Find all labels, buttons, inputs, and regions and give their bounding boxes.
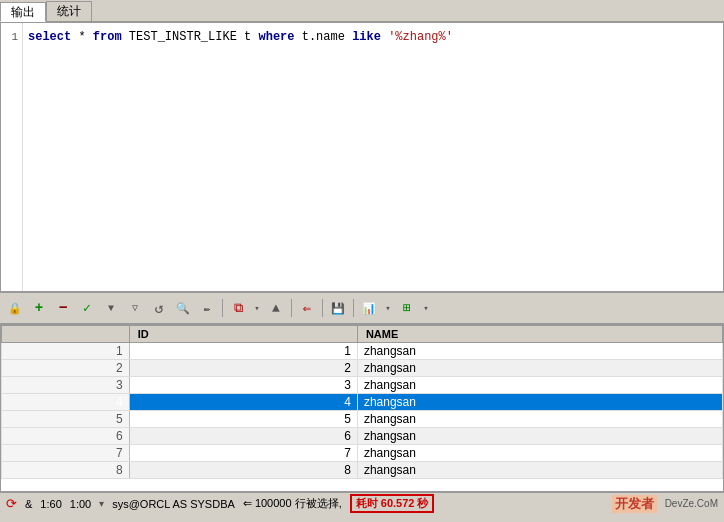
- up-arrow-icon: ▲: [272, 301, 280, 316]
- cell-id: 4: [129, 394, 357, 411]
- cell-name: zhangsan: [357, 343, 722, 360]
- save-button[interactable]: 💾: [327, 297, 349, 319]
- table-row[interactable]: 44zhangsan: [2, 394, 723, 411]
- watermark-line1: 开发者: [612, 495, 657, 513]
- remove-row-button[interactable]: −: [52, 297, 74, 319]
- down-arrow2-button[interactable]: ▽: [124, 297, 146, 319]
- chevron-down2-icon: ▽: [132, 302, 138, 314]
- tab-stats[interactable]: 统计: [46, 1, 92, 21]
- pencil-icon: ✏: [204, 302, 211, 315]
- status-cursor-dropdown[interactable]: ▾: [99, 498, 104, 509]
- chevron-down1-icon: ▼: [108, 303, 114, 314]
- grid-dropdown-button[interactable]: ▾: [420, 297, 432, 319]
- chart-button[interactable]: 📊: [358, 297, 380, 319]
- editor-content[interactable]: select * from TEST_INSTR_LIKE t where t.…: [23, 23, 723, 51]
- cell-rownum: 7: [2, 445, 130, 462]
- cell-id: 8: [129, 462, 357, 479]
- add-row-button[interactable]: +: [28, 297, 50, 319]
- status-amp: &: [25, 498, 32, 510]
- table-row[interactable]: 55zhangsan: [2, 411, 723, 428]
- toolbar-sep-4: [353, 299, 354, 317]
- watermark-line2: DevZe.CoM: [665, 498, 718, 509]
- table-row[interactable]: 11zhangsan: [2, 343, 723, 360]
- cell-id: 7: [129, 445, 357, 462]
- cell-name: zhangsan: [357, 360, 722, 377]
- line-number-1: 1: [1, 28, 22, 46]
- import-left-button[interactable]: ⧉: [227, 297, 249, 319]
- commit-button[interactable]: ✓: [76, 297, 98, 319]
- lock-icon: 🔒: [8, 302, 22, 315]
- status-cursor: 1:00: [70, 498, 91, 510]
- cell-name: zhangsan: [357, 445, 722, 462]
- lock-button[interactable]: 🔒: [4, 297, 26, 319]
- chart-icon: 📊: [362, 302, 376, 315]
- status-bar: ⟳ & 1:60 1:00 ▾ sys@ORCL AS SYSDBA ⇐ 100…: [0, 492, 724, 514]
- check-icon: ✓: [83, 300, 91, 316]
- table-row[interactable]: 88zhangsan: [2, 462, 723, 479]
- cell-rownum: 2: [2, 360, 130, 377]
- up-button[interactable]: ▲: [265, 297, 287, 319]
- editor-gutter: 1: [1, 23, 23, 291]
- copy-dropdown-icon: ▾: [254, 303, 259, 314]
- results-area[interactable]: ID NAME 11zhangsan22zhangsan33zhangsan44…: [0, 324, 724, 492]
- grid-button[interactable]: ⊞: [396, 297, 418, 319]
- col-header-id: ID: [129, 326, 357, 343]
- cell-rownum: 5: [2, 411, 130, 428]
- cell-id: 3: [129, 377, 357, 394]
- results-table: ID NAME 11zhangsan22zhangsan33zhangsan44…: [1, 325, 723, 479]
- copy-dropdown-button[interactable]: ▾: [251, 297, 263, 319]
- import-left-icon: ⧉: [234, 301, 243, 316]
- cell-name: zhangsan: [357, 428, 722, 445]
- status-spinner: ⟳: [6, 496, 17, 511]
- refresh-button[interactable]: ↺: [148, 297, 170, 319]
- status-position: 1:60: [40, 498, 61, 510]
- status-rows-info: ⇐ 100000 行被选择,: [243, 496, 342, 511]
- cell-id: 6: [129, 428, 357, 445]
- cell-name: zhangsan: [357, 462, 722, 479]
- cell-rownum: 3: [2, 377, 130, 394]
- search-button[interactable]: 🔍: [172, 297, 194, 319]
- status-timing: 耗时 60.572 秒: [350, 494, 435, 513]
- refresh-icon: ↺: [154, 299, 163, 318]
- remove-icon: −: [58, 300, 67, 317]
- table-header-row: ID NAME: [2, 326, 723, 343]
- cell-id: 1: [129, 343, 357, 360]
- down-arrow1-button[interactable]: ▼: [100, 297, 122, 319]
- toolbar-sep-3: [322, 299, 323, 317]
- grid-dropdown-icon: ▾: [423, 303, 428, 314]
- table-row[interactable]: 33zhangsan: [2, 377, 723, 394]
- table-row[interactable]: 77zhangsan: [2, 445, 723, 462]
- grid-icon: ⊞: [403, 300, 411, 316]
- cell-rownum: 6: [2, 428, 130, 445]
- cell-id: 2: [129, 360, 357, 377]
- chart-dropdown-icon: ▾: [385, 303, 390, 314]
- edit-button[interactable]: ✏: [196, 297, 218, 319]
- col-header-rownum: [2, 326, 130, 343]
- export-icon: ⇐: [303, 300, 311, 317]
- tab-bar: 输出 统计: [0, 0, 724, 22]
- status-connection: sys@ORCL AS SYSDBA: [112, 498, 235, 510]
- toolbar-sep-2: [291, 299, 292, 317]
- results-toolbar: 🔒 + − ✓ ▼ ▽ ↺ 🔍 ✏ ⧉ ▾ ▲ ⇐: [0, 292, 724, 324]
- add-icon: +: [35, 300, 43, 316]
- cell-name: zhangsan: [357, 411, 722, 428]
- chart-dropdown-button[interactable]: ▾: [382, 297, 394, 319]
- search-icon: 🔍: [176, 302, 190, 315]
- sql-editor[interactable]: 1 select * from TEST_INSTR_LIKE t where …: [0, 22, 724, 292]
- toolbar-sep-1: [222, 299, 223, 317]
- table-row[interactable]: 66zhangsan: [2, 428, 723, 445]
- cell-name: zhangsan: [357, 394, 722, 411]
- cell-rownum: 4: [2, 394, 130, 411]
- cell-rownum: 1: [2, 343, 130, 360]
- tab-output[interactable]: 输出: [0, 2, 46, 22]
- export-button[interactable]: ⇐: [296, 297, 318, 319]
- cell-name: zhangsan: [357, 377, 722, 394]
- col-header-name: NAME: [357, 326, 722, 343]
- save-icon: 💾: [331, 302, 345, 315]
- table-row[interactable]: 22zhangsan: [2, 360, 723, 377]
- cell-id: 5: [129, 411, 357, 428]
- cell-rownum: 8: [2, 462, 130, 479]
